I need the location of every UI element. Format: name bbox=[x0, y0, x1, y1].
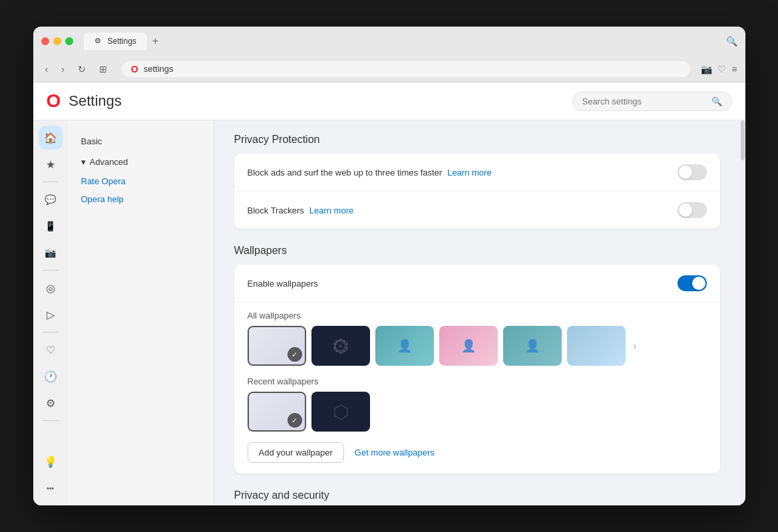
wallpaper-thumb-teal2[interactable]: 👤 bbox=[503, 326, 562, 366]
add-wallpaper-button[interactable]: Add your wallpaper bbox=[248, 442, 344, 463]
sidebar-icon-more[interactable]: ••• bbox=[39, 476, 63, 500]
nav-bar-actions: 📷 ♡ ≡ bbox=[701, 64, 737, 74]
block-ads-row: Block ads and surf the web up to three t… bbox=[234, 154, 720, 192]
privacy-protection-card: Block ads and surf the web up to three t… bbox=[234, 154, 720, 229]
sidebar-link-rate-opera[interactable]: Rate Opera bbox=[68, 172, 214, 190]
sidebar-icon-instagram[interactable]: 📷 bbox=[39, 241, 63, 265]
recent-wallpaper-selected-check: ✓ bbox=[288, 413, 302, 428]
scrollbar[interactable] bbox=[740, 120, 745, 505]
block-trackers-learn-more[interactable]: Learn more bbox=[309, 205, 353, 215]
address-text: settings bbox=[144, 64, 174, 74]
sidebar-icon-send[interactable]: ▷ bbox=[39, 303, 63, 327]
wallpapers-title: Wallpapers bbox=[234, 245, 720, 257]
recent-wallpaper-thumb-light[interactable]: ✓ bbox=[248, 392, 306, 432]
wallpaper-actions: Add your wallpaper Get more wallpapers bbox=[248, 442, 707, 463]
privacy-security-section: Privacy and security bbox=[234, 489, 720, 501]
settings-header: O Settings 🔍 bbox=[33, 82, 745, 120]
sidebar-icon-history[interactable]: 🕐 bbox=[39, 364, 63, 388]
sidebar-item-advanced[interactable]: ▾ Advanced bbox=[68, 152, 214, 172]
search-settings-bar[interactable]: 🔍 bbox=[572, 92, 732, 111]
enable-wallpapers-toggle[interactable] bbox=[678, 275, 707, 291]
opera-logo-address: O bbox=[131, 64, 138, 74]
settings-sidebar: Basic ▾ Advanced Rate Opera Opera help bbox=[68, 120, 214, 505]
back-button[interactable]: ‹ bbox=[41, 61, 53, 77]
grid-button[interactable]: ⊞ bbox=[95, 61, 111, 77]
search-titlebar-icon[interactable]: 🔍 bbox=[726, 36, 737, 47]
wallpaper-thumb-dark[interactable]: ⬡ bbox=[311, 326, 370, 366]
search-input[interactable] bbox=[582, 96, 706, 106]
sidebar-icon-idea[interactable]: 💡 bbox=[39, 450, 63, 473]
maximize-button[interactable] bbox=[65, 37, 73, 45]
minimize-button[interactable] bbox=[53, 37, 61, 45]
enable-wallpapers-text: Enable wallpapers bbox=[248, 279, 318, 289]
reload-button[interactable]: ↻ bbox=[74, 61, 90, 77]
privacy-security-title: Privacy and security bbox=[234, 489, 720, 501]
get-more-wallpapers-link[interactable]: Get more wallpapers bbox=[355, 448, 435, 458]
forward-button[interactable]: › bbox=[57, 61, 69, 77]
tab-title: Settings bbox=[108, 37, 136, 46]
privacy-protection-section: Privacy Protection Block ads and surf th… bbox=[234, 134, 720, 229]
sidebar-divider-3 bbox=[43, 332, 59, 332]
heart-nav-icon[interactable]: ♡ bbox=[717, 64, 726, 74]
title-bar: ⚙ Settings + 🔍 bbox=[33, 27, 745, 56]
block-ads-label: Block ads and surf the web up to three t… bbox=[248, 168, 443, 178]
sidebar-icon-bookmark[interactable]: ★ bbox=[39, 152, 63, 176]
wallpapers-picker: All wallpapers ✓ ⬡ bbox=[234, 303, 720, 473]
all-wallpapers-grid: ✓ ⬡ 👤 👤 bbox=[248, 326, 707, 366]
settings-tab[interactable]: ⚙ Settings bbox=[84, 33, 147, 50]
content-wrapper: 🏠 ★ 💬 📱 📷 ◎ ▷ ♡ 🕐 ⚙ 💡 ••• Basic ▾ Advanc… bbox=[33, 120, 745, 505]
search-icon: 🔍 bbox=[711, 96, 722, 106]
sidebar-divider-1 bbox=[43, 182, 59, 182]
page-title: Settings bbox=[69, 92, 122, 110]
sidebar-icon-messenger[interactable]: 💬 bbox=[39, 188, 63, 211]
block-ads-learn-more[interactable]: Learn more bbox=[447, 168, 491, 178]
wallpapers-section: Wallpapers Enable wallpapers All wallpap… bbox=[234, 245, 720, 473]
menu-icon[interactable]: ≡ bbox=[731, 64, 737, 74]
wallpapers-scroll-right[interactable]: › bbox=[631, 340, 640, 351]
enable-wallpapers-toggle-knob bbox=[692, 277, 705, 290]
block-ads-text-area: Block ads and surf the web up to three t… bbox=[248, 168, 492, 178]
sidebar-icon-settings[interactable]: ⚙ bbox=[39, 391, 63, 415]
title-bar-actions: 🔍 bbox=[726, 36, 737, 47]
wallpaper-thumb-blue[interactable] bbox=[567, 326, 626, 366]
close-button[interactable] bbox=[41, 37, 49, 45]
recent-wallpapers-label: Recent wallpapers bbox=[248, 376, 707, 386]
block-ads-toggle-knob bbox=[679, 166, 692, 179]
sidebar-icon-home[interactable]: 🏠 bbox=[39, 126, 63, 150]
tab-area: ⚙ Settings + bbox=[84, 33, 164, 50]
sidebar-item-basic[interactable]: Basic bbox=[68, 131, 214, 152]
opera-logo-large: O bbox=[47, 90, 61, 112]
block-trackers-toggle-knob bbox=[679, 203, 692, 217]
nav-bar: ‹ › ↻ ⊞ O settings 📷 ♡ ≡ bbox=[33, 56, 745, 82]
recent-wallpapers-grid: ✓ ⬡ bbox=[248, 392, 707, 432]
settings-title-area: O Settings bbox=[47, 90, 122, 112]
block-trackers-text-area: Block Trackers Learn more bbox=[248, 205, 354, 215]
sidebar-link-opera-help[interactable]: Opera help bbox=[68, 190, 214, 208]
sidebar-icon-vpn[interactable]: ◎ bbox=[39, 276, 63, 300]
recent-wallpaper-thumb-dark[interactable]: ⬡ bbox=[311, 392, 370, 432]
chevron-down-icon: ▾ bbox=[81, 157, 86, 167]
address-bar[interactable]: O settings bbox=[122, 61, 690, 77]
all-wallpapers-label: All wallpapers bbox=[248, 311, 707, 321]
enable-wallpapers-label: Enable wallpapers bbox=[248, 279, 318, 289]
block-ads-toggle[interactable] bbox=[678, 164, 707, 180]
block-trackers-label: Block Trackers bbox=[248, 205, 304, 215]
wallpaper-thumb-pink[interactable]: 👤 bbox=[439, 326, 498, 366]
wallpaper-selected-check: ✓ bbox=[288, 347, 302, 362]
settings-content: Privacy Protection Block ads and surf th… bbox=[214, 120, 740, 505]
scrollbar-thumb[interactable] bbox=[741, 120, 745, 160]
privacy-protection-title: Privacy Protection bbox=[234, 134, 720, 146]
wallpaper-thumb-light[interactable]: ✓ bbox=[248, 326, 306, 366]
camera-icon[interactable]: 📷 bbox=[701, 64, 712, 74]
sidebar-icon-heart[interactable]: ♡ bbox=[39, 338, 63, 362]
block-trackers-toggle[interactable] bbox=[678, 202, 707, 218]
wallpapers-card: Enable wallpapers All wallpapers ✓ bbox=[234, 265, 720, 473]
enable-wallpapers-row: Enable wallpapers bbox=[234, 265, 720, 303]
traffic-lights bbox=[41, 37, 73, 45]
sidebar-divider-4 bbox=[43, 420, 59, 421]
sidebar-icon-whatsapp[interactable]: 📱 bbox=[39, 214, 63, 238]
block-trackers-row: Block Trackers Learn more bbox=[234, 192, 720, 229]
new-tab-button[interactable]: + bbox=[147, 33, 164, 50]
wallpaper-thumb-teal1[interactable]: 👤 bbox=[375, 326, 434, 366]
browser-sidebar: 🏠 ★ 💬 📱 📷 ◎ ▷ ♡ 🕐 ⚙ 💡 ••• bbox=[33, 120, 68, 505]
